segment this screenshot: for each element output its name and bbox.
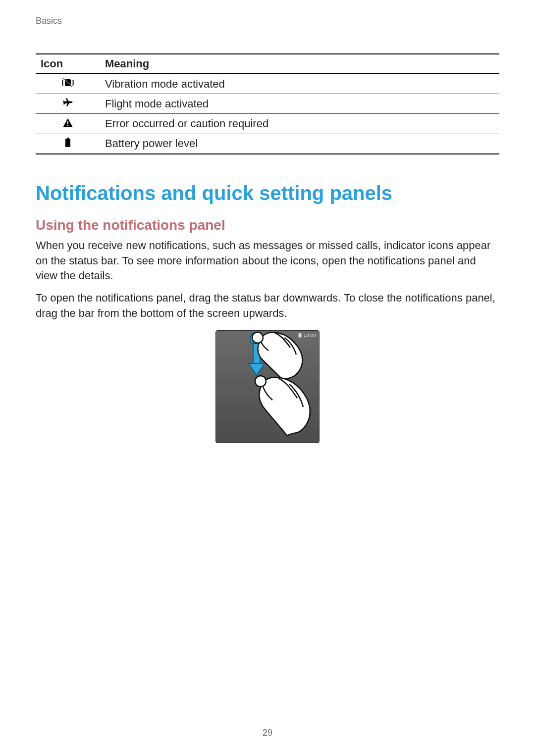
section-heading: Notifications and quick setting panels [36,182,499,204]
swipe-down-illustration: 10:00 [215,330,320,443]
svg-rect-4 [67,125,68,126]
icon-cell [36,94,100,114]
svg-rect-3 [67,121,68,124]
gesture-hands-icon [216,331,320,443]
table-row: Vibration mode activated [36,74,499,94]
body-paragraph: When you receive new notifications, such… [36,238,499,284]
svg-point-11 [252,332,263,343]
icon-cell [36,74,100,94]
table-row: Error occurred or caution required [36,114,499,134]
subsection-heading: Using the notifications panel [36,217,499,233]
table-header-meaning: Meaning [100,54,499,74]
meaning-cell: Battery power level [100,134,499,154]
meaning-cell: Vibration mode activated [100,74,499,94]
svg-point-12 [255,376,266,387]
icon-cell [36,134,100,154]
icon-cell [36,114,100,134]
page-content: Icon Meaning Vibration mode activated [36,53,499,443]
svg-rect-5 [67,138,69,139]
illustration-wrap: 10:00 [36,330,499,443]
table-header-row: Icon Meaning [36,54,499,74]
meaning-cell: Flight mode activated [100,94,499,114]
airplane-icon [62,98,73,110]
vibration-icon [61,78,74,91]
meaning-cell: Error occurred or caution required [100,114,499,134]
header-rule [25,0,25,33]
table-row: Flight mode activated [36,94,499,114]
svg-rect-6 [65,139,70,147]
warning-icon [62,118,73,131]
table-row: Battery power level [36,134,499,154]
table-header-icon: Icon [36,54,100,74]
body-paragraph: To open the notifications panel, drag th… [36,291,499,321]
battery-icon [64,138,71,151]
breadcrumb: Basics [36,16,62,26]
icon-meaning-table: Icon Meaning Vibration mode activated [36,53,499,154]
page-number: 29 [0,728,535,738]
